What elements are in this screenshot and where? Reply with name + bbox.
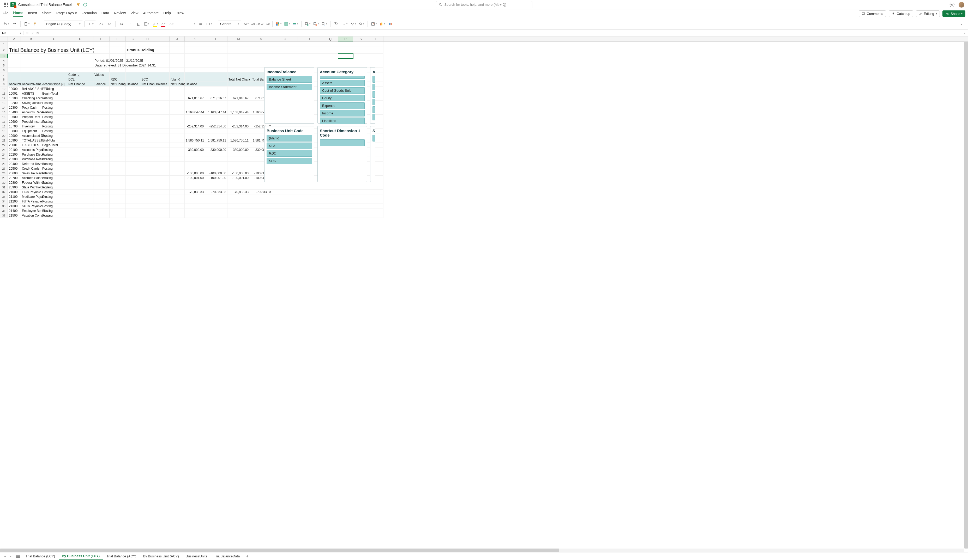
slicer-item[interactable]: [373, 76, 375, 83]
cell[interactable]: TOTAL ASSETS: [21, 138, 41, 143]
cell[interactable]: Prepaid Insurance: [21, 119, 41, 124]
align-middle-button[interactable]: [197, 20, 204, 28]
cell[interactable]: Posting: [41, 115, 67, 119]
clear-format-button[interactable]: A♢: [168, 20, 175, 28]
cell[interactable]: [41, 77, 67, 82]
cell[interactable]: [368, 58, 383, 63]
cell[interactable]: [368, 46, 383, 54]
document-title[interactable]: Consolidated Trial Balance Excel: [18, 3, 72, 7]
decrease-font-button[interactable]: A▾: [106, 20, 113, 28]
cell[interactable]: [205, 180, 227, 185]
cell[interactable]: [140, 194, 155, 199]
cell[interactable]: [155, 129, 169, 134]
cell[interactable]: Posting: [41, 96, 67, 101]
cell[interactable]: Posting: [41, 124, 67, 129]
row-header[interactable]: 37: [0, 213, 8, 218]
cell[interactable]: [227, 157, 250, 162]
cell[interactable]: [21, 54, 41, 58]
cell[interactable]: 20400: [8, 162, 21, 166]
cell[interactable]: [368, 54, 383, 58]
cell[interactable]: [338, 58, 353, 63]
cell[interactable]: [126, 119, 140, 124]
cell[interactable]: [250, 46, 272, 54]
cell[interactable]: [109, 68, 126, 73]
row-header[interactable]: 26: [0, 162, 8, 166]
cell[interactable]: [338, 42, 353, 46]
cell[interactable]: 10400: [8, 110, 21, 115]
cell[interactable]: [250, 42, 272, 46]
cell[interactable]: [93, 171, 109, 176]
cell[interactable]: Balance: [93, 82, 109, 86]
cell[interactable]: [185, 86, 205, 91]
cell[interactable]: [169, 124, 185, 129]
cell[interactable]: [155, 147, 169, 152]
cell[interactable]: -330,000.00: [185, 147, 205, 152]
cell[interactable]: [205, 42, 227, 46]
row-header[interactable]: 22: [0, 143, 8, 147]
name-box[interactable]: R3▾: [0, 31, 23, 35]
cell[interactable]: [185, 213, 205, 218]
cell[interactable]: [155, 204, 169, 208]
column-header[interactable]: B: [21, 36, 41, 41]
cell[interactable]: [140, 204, 155, 208]
cell[interactable]: [185, 134, 205, 138]
cell[interactable]: 10500: [8, 115, 21, 119]
cell[interactable]: [169, 152, 185, 157]
cell[interactable]: [169, 63, 185, 68]
row-header[interactable]: 13: [0, 101, 8, 105]
cell[interactable]: [155, 105, 169, 110]
row-header[interactable]: 18: [0, 124, 8, 129]
cell-styles-button[interactable]: ▾: [292, 20, 299, 28]
cell[interactable]: [323, 194, 338, 199]
cell[interactable]: [67, 157, 93, 162]
cell[interactable]: [169, 166, 185, 171]
cell[interactable]: [155, 96, 169, 101]
cell[interactable]: [126, 180, 140, 185]
cell[interactable]: [227, 42, 250, 46]
cell[interactable]: -100,001.00: [227, 176, 250, 180]
cell[interactable]: [67, 143, 93, 147]
cell[interactable]: [67, 54, 93, 58]
row-header[interactable]: 6: [0, 68, 8, 73]
fill-button[interactable]: ▾: [341, 20, 348, 28]
cell[interactable]: [109, 54, 126, 58]
cell[interactable]: Posting: [41, 157, 67, 162]
cell[interactable]: [227, 180, 250, 185]
cell[interactable]: [41, 68, 67, 73]
cell[interactable]: [155, 91, 169, 96]
cell[interactable]: [169, 86, 185, 91]
cell[interactable]: [93, 213, 109, 218]
cell[interactable]: Data retrieved: 31 December 2024 14:31: [93, 63, 109, 68]
cell[interactable]: [8, 77, 21, 82]
cell[interactable]: [93, 157, 109, 162]
cell[interactable]: Posting: [41, 147, 67, 152]
column-header[interactable]: Q: [323, 36, 338, 41]
increase-font-button[interactable]: A▴: [98, 20, 104, 28]
bold-button[interactable]: B: [118, 20, 125, 28]
cell[interactable]: [140, 134, 155, 138]
cell[interactable]: [155, 208, 169, 213]
cell[interactable]: 10300: [8, 105, 21, 110]
cell[interactable]: 671,016.67: [205, 96, 227, 101]
cell[interactable]: [93, 190, 109, 194]
cell[interactable]: [169, 46, 185, 54]
cell[interactable]: FICA Payable: [21, 190, 41, 194]
column-header[interactable]: C: [41, 36, 67, 41]
cell[interactable]: [323, 58, 338, 63]
cell[interactable]: [140, 176, 155, 180]
row-header[interactable]: 27: [0, 166, 8, 171]
cell[interactable]: [126, 124, 140, 129]
cell[interactable]: [93, 152, 109, 157]
row-header[interactable]: 12: [0, 96, 8, 101]
cell[interactable]: [205, 63, 227, 68]
cell[interactable]: Saving account: [21, 101, 41, 105]
cell[interactable]: [126, 110, 140, 115]
cell[interactable]: Net Change: [140, 82, 155, 86]
column-header[interactable]: O: [272, 36, 298, 41]
cell[interactable]: Employee Benefits I: [21, 208, 41, 213]
cell[interactable]: [205, 134, 227, 138]
cell[interactable]: [140, 190, 155, 194]
column-header[interactable]: S: [353, 36, 368, 41]
cell[interactable]: FUTA Payable: [21, 199, 41, 204]
cell[interactable]: [169, 96, 185, 101]
